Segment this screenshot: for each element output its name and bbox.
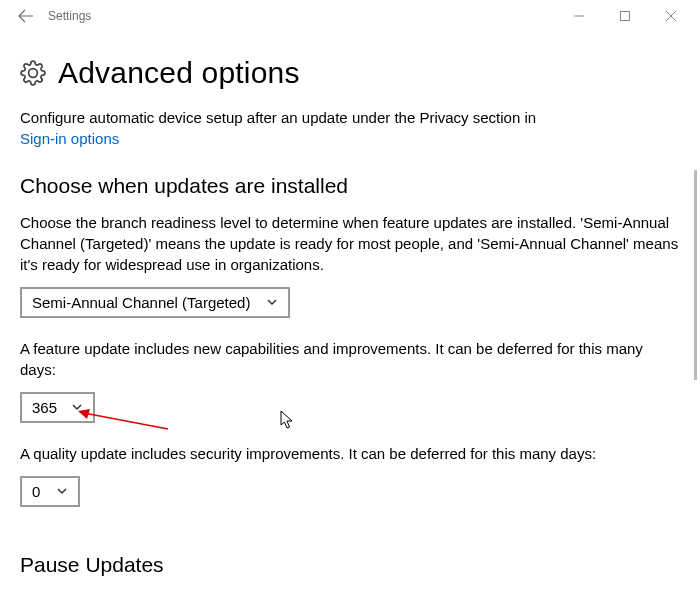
- gear-icon: [20, 60, 46, 86]
- section-heading-updates: Choose when updates are installed: [20, 174, 680, 198]
- chevron-down-icon: [56, 483, 68, 500]
- window-controls: [556, 0, 694, 32]
- intro-text: Configure automatic device setup after a…: [20, 108, 680, 128]
- titlebar: Settings: [0, 0, 700, 32]
- close-icon: [666, 11, 676, 21]
- back-button[interactable]: [6, 0, 46, 32]
- page-title: Advanced options: [58, 56, 300, 90]
- feature-defer-description: A feature update includes new capabiliti…: [20, 338, 680, 380]
- chevron-down-icon: [266, 294, 278, 311]
- back-arrow-icon: [18, 8, 34, 24]
- window-title: Settings: [48, 9, 91, 23]
- page-header: Advanced options: [20, 56, 680, 90]
- signin-options-link[interactable]: Sign-in options: [20, 130, 119, 147]
- quality-defer-description: A quality update includes security impro…: [20, 443, 680, 464]
- chevron-down-icon: [71, 399, 83, 416]
- content-area: Advanced options Configure automatic dev…: [0, 32, 700, 577]
- quality-defer-days-value: 0: [32, 483, 40, 500]
- minimize-icon: [574, 11, 584, 21]
- svg-rect-0: [621, 12, 630, 21]
- branch-readiness-dropdown[interactable]: Semi-Annual Channel (Targeted): [20, 287, 290, 318]
- section-heading-pause: Pause Updates: [20, 553, 680, 577]
- close-button[interactable]: [648, 0, 694, 32]
- quality-defer-days-dropdown[interactable]: 0: [20, 476, 80, 507]
- feature-defer-days-value: 365: [32, 399, 57, 416]
- scrollbar[interactable]: [694, 170, 697, 380]
- minimize-button[interactable]: [556, 0, 602, 32]
- maximize-icon: [620, 11, 630, 21]
- branch-readiness-value: Semi-Annual Channel (Targeted): [32, 294, 250, 311]
- branch-description: Choose the branch readiness level to det…: [20, 212, 680, 275]
- feature-defer-days-dropdown[interactable]: 365: [20, 392, 95, 423]
- maximize-button[interactable]: [602, 0, 648, 32]
